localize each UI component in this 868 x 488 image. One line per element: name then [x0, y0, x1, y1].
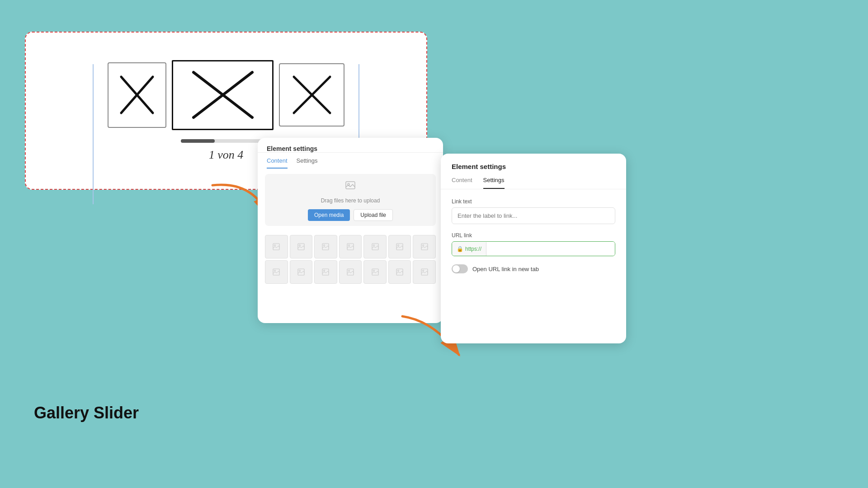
gallery-title: Gallery Slider: [34, 404, 139, 422]
url-input[interactable]: [486, 242, 615, 256]
svg-point-36: [422, 270, 424, 272]
panel1-tab-content[interactable]: Content: [267, 157, 288, 169]
media-cell[interactable]: [363, 260, 387, 284]
svg-point-22: [422, 245, 424, 246]
svg-point-34: [398, 270, 399, 272]
svg-rect-33: [396, 269, 403, 275]
media-cell[interactable]: [314, 235, 337, 258]
sketch-x-icon-3: [287, 70, 337, 120]
svg-point-28: [324, 270, 325, 272]
sketch-x-icon-2: [184, 66, 261, 124]
panel2-tabs: Content Settings: [441, 170, 626, 189]
svg-point-12: [299, 245, 300, 246]
media-cell[interactable]: [290, 260, 313, 284]
panel1-title: Element settings: [258, 138, 443, 153]
media-cell[interactable]: [413, 235, 436, 258]
svg-rect-21: [421, 244, 428, 250]
link-text-input[interactable]: [452, 207, 615, 224]
media-grid: [258, 231, 443, 287]
panel1-tabs: Content Settings: [258, 153, 443, 169]
svg-rect-15: [347, 244, 354, 250]
media-cell[interactable]: [314, 260, 337, 284]
upload-file-button[interactable]: Upload file: [354, 209, 393, 221]
svg-rect-23: [273, 269, 279, 275]
gallery-images: [108, 60, 344, 130]
url-prefix-text: https://: [465, 246, 481, 252]
svg-point-24: [274, 270, 276, 272]
panel2-title: Element settings: [441, 154, 626, 170]
open-new-tab-label: Open URL link in new tab: [472, 266, 539, 272]
svg-rect-25: [298, 269, 304, 275]
svg-point-32: [373, 270, 374, 272]
progress-bar-fill: [181, 139, 215, 143]
media-cell[interactable]: [265, 235, 288, 258]
svg-point-20: [398, 245, 399, 246]
svg-rect-13: [322, 244, 329, 250]
svg-point-14: [324, 245, 325, 246]
panel2-tab-settings[interactable]: Settings: [483, 177, 505, 189]
media-cell[interactable]: [413, 260, 436, 284]
svg-point-10: [274, 245, 276, 246]
url-link-label: URL link: [452, 232, 615, 239]
panel2-tab-content[interactable]: Content: [452, 177, 472, 189]
media-cell[interactable]: [290, 235, 313, 258]
svg-rect-31: [372, 269, 378, 275]
svg-rect-27: [322, 269, 329, 275]
upload-icon: [344, 179, 357, 194]
element-settings-panel-1: Element settings Content Settings Drag f…: [258, 138, 443, 323]
svg-rect-17: [372, 244, 378, 250]
gallery-image-2: [172, 60, 274, 130]
panel2-content: Link text URL link 🔒 https:// Open URL l…: [441, 189, 626, 282]
svg-point-30: [348, 270, 349, 272]
svg-rect-11: [298, 244, 304, 250]
media-cell[interactable]: [363, 235, 387, 258]
open-media-button[interactable]: Open media: [308, 209, 350, 221]
svg-point-16: [348, 245, 349, 246]
svg-rect-29: [347, 269, 354, 275]
svg-point-26: [299, 270, 300, 272]
element-settings-panel-2: Element settings Content Settings Link t…: [441, 154, 626, 343]
url-input-container: 🔒 https://: [452, 241, 615, 256]
open-new-tab-toggle[interactable]: [452, 264, 468, 273]
media-cell[interactable]: [339, 235, 362, 258]
svg-rect-35: [421, 269, 428, 275]
link-text-label: Link text: [452, 198, 615, 205]
toggle-knob: [453, 265, 460, 272]
svg-rect-9: [273, 244, 279, 250]
upload-area: Drag files here to upload Open media Upl…: [265, 174, 436, 226]
media-cell[interactable]: [339, 260, 362, 284]
drag-text: Drag files here to upload: [321, 197, 380, 204]
media-cell[interactable]: [388, 235, 411, 258]
lock-icon: 🔒: [457, 246, 463, 252]
upload-buttons: Open media Upload file: [308, 209, 393, 221]
gallery-counter: 1 von 4: [209, 148, 244, 162]
svg-rect-19: [396, 244, 403, 250]
progress-bar-container: [181, 139, 271, 143]
open-new-tab-row: Open URL link in new tab: [452, 264, 615, 273]
sketch-x-icon-1: [114, 70, 160, 120]
media-cell[interactable]: [265, 260, 288, 284]
media-cell[interactable]: [388, 260, 411, 284]
gallery-image-1: [108, 62, 166, 128]
left-guide-line: [93, 64, 94, 204]
panel1-tab-settings[interactable]: Settings: [297, 157, 318, 169]
svg-point-18: [373, 245, 374, 246]
url-prefix: 🔒 https://: [452, 242, 486, 256]
gallery-image-3: [279, 63, 344, 127]
